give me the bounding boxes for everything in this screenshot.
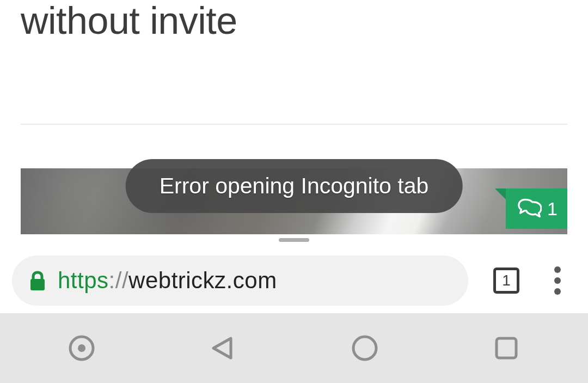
svg-rect-4 xyxy=(497,338,516,358)
lock-icon xyxy=(29,271,45,290)
chat-icon xyxy=(518,197,542,220)
comment-badge[interactable]: 1 xyxy=(506,189,567,229)
page-title: without invite xyxy=(21,0,567,42)
section-divider xyxy=(21,124,567,125)
home-button[interactable] xyxy=(332,326,397,370)
system-nav-bar xyxy=(0,313,588,383)
back-icon xyxy=(209,334,237,362)
overflow-menu-button[interactable] xyxy=(542,265,573,296)
tab-count: 1 xyxy=(493,268,519,294)
comment-count: 1 xyxy=(547,198,558,220)
circle-icon xyxy=(351,335,378,362)
svg-point-3 xyxy=(353,337,376,360)
more-vertical-icon xyxy=(554,266,561,295)
url-host: webtrickz.com xyxy=(128,268,277,294)
screenshot-button[interactable] xyxy=(49,326,114,370)
back-button[interactable] xyxy=(191,326,256,370)
square-icon xyxy=(493,335,519,361)
tab-switcher-button[interactable]: 1 xyxy=(491,265,522,296)
browser-toolbar: https :// webtrickz.com 1 xyxy=(0,248,588,313)
svg-point-2 xyxy=(78,344,85,352)
recents-button[interactable] xyxy=(474,326,539,370)
url-text: https :// webtrickz.com xyxy=(58,268,277,294)
address-bar[interactable]: https :// webtrickz.com xyxy=(12,256,468,306)
page-content: without invite 1 Error opening Incognito… xyxy=(0,0,588,234)
url-scheme: https xyxy=(58,268,109,294)
drag-handle[interactable] xyxy=(279,238,309,242)
toast-message: Error opening Incognito tab xyxy=(126,159,463,213)
record-icon xyxy=(68,335,95,362)
url-separator: :// xyxy=(109,268,129,294)
svg-rect-0 xyxy=(30,279,45,290)
